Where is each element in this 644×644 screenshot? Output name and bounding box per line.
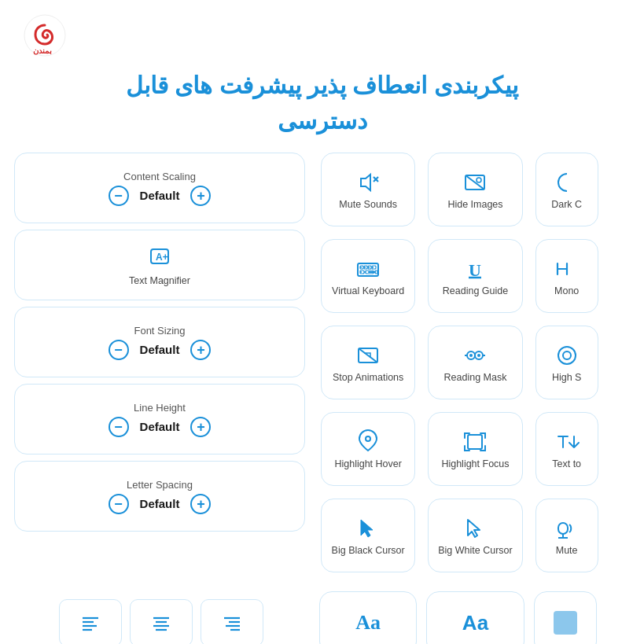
mono-card[interactable]: Mono	[535, 239, 598, 313]
content-scaling-value: − Default +	[109, 186, 212, 206]
line-height-increase[interactable]: +	[190, 417, 211, 437]
mute2-card[interactable]: Mute	[535, 499, 598, 572]
high-s-card[interactable]: High S	[535, 326, 598, 399]
mute2-label: Mute	[556, 545, 578, 556]
font-sizing-current: Default	[140, 343, 180, 356]
mute-sounds-label: Mute Sounds	[339, 199, 397, 210]
svg-point-36	[558, 347, 576, 364]
big-white-cursor-icon	[462, 515, 488, 542]
svg-rect-39	[468, 435, 482, 449]
font-sizing-card: Font Sizing − Default +	[14, 307, 305, 377]
hide-images-icon	[462, 169, 488, 196]
svg-rect-40	[558, 523, 568, 534]
svg-line-28	[359, 348, 377, 362]
text-to-card[interactable]: Text to	[535, 412, 598, 486]
logo-icon: بمندن	[24, 14, 66, 57]
letter-spacing-card: Letter Spacing − Default +	[14, 461, 305, 532]
mono-label: Mono	[554, 285, 579, 296]
mono-icon	[554, 256, 580, 282]
dark-mode-label: Dark C	[551, 199, 582, 210]
align-center-btn[interactable]	[130, 599, 193, 644]
virtual-keyboard-card[interactable]: Virtual Keyboard	[321, 239, 415, 313]
svg-point-31	[469, 354, 473, 357]
letter-spacing-value: − Default +	[109, 494, 212, 514]
big-white-cursor-label: Big White Cursor	[438, 545, 512, 556]
svg-rect-10	[358, 263, 378, 276]
highlight-focus-icon	[462, 429, 488, 455]
highlight-hover-card[interactable]: Highlight Hover	[321, 412, 415, 486]
svg-point-38	[366, 436, 370, 441]
font-sizing-value: − Default +	[109, 340, 212, 360]
reading-guide-label: Reading Guide	[443, 285, 508, 296]
letter-spacing-current: Default	[140, 497, 180, 510]
reading-guide-icon: U	[462, 256, 488, 282]
content-scaling-decrease[interactable]: −	[109, 186, 129, 206]
line-height-card: Line Height − Default +	[14, 384, 305, 454]
virtual-keyboard-label: Virtual Keyboard	[332, 285, 404, 296]
letter-spacing-increase[interactable]: +	[190, 494, 211, 514]
bottom-row: Aa Aa	[0, 587, 644, 644]
line-height-decrease[interactable]: −	[109, 417, 129, 437]
highlight-hover-icon	[355, 429, 381, 455]
dark-mode-card[interactable]: Dark C	[535, 153, 598, 226]
hide-images-label: Hide Images	[447, 199, 502, 210]
svg-text:بمندن: بمندن	[33, 46, 52, 55]
svg-point-37	[563, 351, 571, 359]
main-title: پیکربندی انعطاف پذیر پیشرفت های قابل دست…	[126, 68, 518, 138]
text-magnifier-label: Text Magnifier	[129, 275, 190, 286]
hide-images-card[interactable]: Hide Images	[428, 153, 522, 226]
partial-card[interactable]	[534, 591, 597, 644]
font-sizing-label: Font Sizing	[134, 325, 185, 337]
svg-marker-4	[361, 175, 370, 190]
letter-spacing-label: Letter Spacing	[127, 479, 193, 491]
aa-sans-label: Aa	[462, 611, 488, 635]
reading-mask-label: Reading Mask	[444, 372, 507, 383]
line-height-current: Default	[140, 420, 180, 433]
svg-point-32	[477, 354, 480, 357]
high-s-icon	[554, 342, 580, 369]
virtual-keyboard-icon	[355, 256, 381, 282]
header: بمندن پیکربندی انعطاف پذیر پیشرفت های قا…	[0, 0, 644, 146]
aa-serif-label: Aa	[355, 611, 381, 635]
bottom-left-icons	[8, 587, 315, 644]
content-scaling-current: Default	[140, 189, 180, 202]
reading-mask-card[interactable]: Reading Mask	[428, 326, 522, 399]
stop-animations-icon	[355, 342, 381, 369]
align-right-btn[interactable]	[201, 599, 263, 644]
svg-line-8	[466, 175, 484, 190]
content-scaling-card: Content Scaling − Default +	[14, 153, 305, 223]
line-height-value: − Default +	[109, 417, 212, 437]
mute-sounds-card[interactable]: Mute Sounds	[321, 153, 415, 226]
align-left-btn[interactable]	[59, 599, 122, 644]
text-magnifier-icon: A+	[145, 244, 174, 272]
svg-text:A+: A+	[156, 252, 168, 263]
font-sizing-increase[interactable]: +	[190, 340, 211, 360]
aa-serif-card[interactable]: Aa	[319, 591, 417, 644]
svg-rect-24	[375, 270, 377, 274]
content-scaling-increase[interactable]: +	[190, 186, 211, 206]
mute2-icon	[554, 515, 580, 542]
reading-guide-card[interactable]: U Reading Guide	[428, 239, 522, 313]
bottom-right-grid: Aa Aa	[315, 587, 636, 644]
highlight-hover-label: Highlight Hover	[334, 458, 401, 469]
highlight-focus-card[interactable]: Highlight Focus	[428, 412, 522, 486]
reading-mask-icon	[462, 342, 488, 369]
stop-animations-card[interactable]: Stop Animations	[321, 326, 415, 399]
letter-spacing-decrease[interactable]: −	[109, 494, 129, 514]
big-black-cursor-card[interactable]: Big Black Cursor	[321, 499, 415, 572]
big-white-cursor-card[interactable]: Big White Cursor	[428, 499, 522, 572]
text-to-label: Text to	[552, 458, 581, 469]
text-magnifier-card[interactable]: A+ Text Magnifier	[14, 230, 305, 300]
stop-animations-label: Stop Animations	[333, 372, 403, 383]
big-black-cursor-label: Big Black Cursor	[332, 545, 405, 556]
font-sizing-decrease[interactable]: −	[109, 340, 129, 360]
high-s-label: High S	[552, 372, 582, 383]
aa-sans-card[interactable]: Aa	[426, 591, 524, 644]
content-scaling-label: Content Scaling	[123, 171, 196, 182]
left-column: Content Scaling − Default + A+ Text Magn…	[8, 146, 315, 579]
text-to-icon	[554, 429, 580, 455]
mute-sounds-icon	[355, 169, 381, 196]
svg-point-9	[477, 178, 481, 182]
main-content: Content Scaling − Default + A+ Text Magn…	[0, 146, 644, 587]
highlight-focus-label: Highlight Focus	[441, 458, 509, 469]
